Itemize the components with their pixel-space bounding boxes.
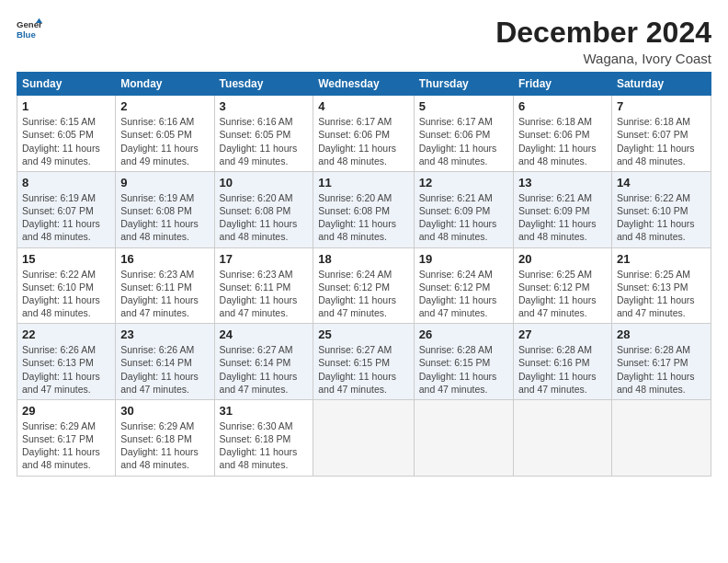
- weekday-header-cell: Sunday: [17, 73, 116, 96]
- day-info: Sunrise: 6:19 AMSunset: 6:07 PMDaylight:…: [22, 191, 110, 244]
- day-info: Sunrise: 6:20 AMSunset: 6:08 PMDaylight:…: [318, 191, 408, 244]
- calendar-day-cell: 15Sunrise: 6:22 AMSunset: 6:10 PMDayligh…: [17, 247, 116, 324]
- day-info: Sunrise: 6:20 AMSunset: 6:08 PMDaylight:…: [220, 191, 309, 244]
- calendar-day-cell: 23Sunrise: 6:26 AMSunset: 6:14 PMDayligh…: [116, 324, 214, 400]
- day-number: 19: [419, 252, 508, 266]
- day-info: Sunrise: 6:30 AMSunset: 6:18 PMDaylight:…: [220, 419, 309, 472]
- day-number: 22: [22, 327, 110, 341]
- weekday-header-cell: Monday: [116, 73, 214, 96]
- day-info: Sunrise: 6:28 AMSunset: 6:16 PMDaylight:…: [518, 343, 607, 396]
- calendar-table: SundayMondayTuesdayWednesdayThursdayFrid…: [17, 72, 711, 476]
- calendar-day-cell: 22Sunrise: 6:26 AMSunset: 6:13 PMDayligh…: [17, 324, 116, 400]
- logo: General Blue: [17, 17, 42, 42]
- day-info: Sunrise: 6:19 AMSunset: 6:08 PMDaylight:…: [120, 191, 209, 244]
- weekday-header-cell: Thursday: [414, 73, 513, 96]
- calendar-day-cell: 11Sunrise: 6:20 AMSunset: 6:08 PMDayligh…: [313, 171, 414, 247]
- day-number: 7: [617, 99, 706, 113]
- day-info: Sunrise: 6:28 AMSunset: 6:17 PMDaylight:…: [617, 343, 706, 396]
- calendar-day-cell: 12Sunrise: 6:21 AMSunset: 6:09 PMDayligh…: [414, 171, 513, 247]
- day-number: 5: [419, 99, 508, 113]
- calendar-body: 1Sunrise: 6:15 AMSunset: 6:05 PMDaylight…: [17, 96, 711, 476]
- calendar-day-cell: 29Sunrise: 6:29 AMSunset: 6:17 PMDayligh…: [17, 399, 116, 476]
- day-info: Sunrise: 6:25 AMSunset: 6:12 PMDaylight:…: [518, 268, 607, 320]
- calendar-week-row: 29Sunrise: 6:29 AMSunset: 6:17 PMDayligh…: [17, 399, 711, 476]
- day-info: Sunrise: 6:21 AMSunset: 6:09 PMDaylight:…: [518, 191, 607, 244]
- day-info: Sunrise: 6:29 AMSunset: 6:18 PMDaylight:…: [120, 419, 209, 472]
- calendar-week-row: 22Sunrise: 6:26 AMSunset: 6:13 PMDayligh…: [17, 324, 711, 400]
- weekday-header-cell: Friday: [513, 73, 611, 96]
- day-number: 30: [120, 404, 209, 418]
- day-info: Sunrise: 6:24 AMSunset: 6:12 PMDaylight:…: [318, 268, 408, 320]
- calendar-day-cell: [513, 399, 611, 476]
- calendar-day-cell: 28Sunrise: 6:28 AMSunset: 6:17 PMDayligh…: [611, 324, 711, 400]
- day-number: 27: [518, 327, 607, 341]
- weekday-header-cell: Saturday: [611, 73, 711, 96]
- day-number: 20: [518, 252, 607, 266]
- day-number: 25: [318, 327, 408, 341]
- day-number: 10: [220, 176, 309, 190]
- day-number: 12: [419, 176, 508, 190]
- day-info: Sunrise: 6:28 AMSunset: 6:15 PMDaylight:…: [419, 343, 508, 396]
- day-info: Sunrise: 6:24 AMSunset: 6:12 PMDaylight:…: [419, 268, 508, 320]
- day-number: 4: [318, 99, 408, 113]
- calendar-week-row: 15Sunrise: 6:22 AMSunset: 6:10 PMDayligh…: [17, 247, 711, 324]
- day-number: 29: [22, 404, 110, 418]
- day-info: Sunrise: 6:17 AMSunset: 6:06 PMDaylight:…: [318, 115, 408, 167]
- day-number: 15: [22, 252, 110, 266]
- day-number: 18: [318, 252, 408, 266]
- calendar-day-cell: 14Sunrise: 6:22 AMSunset: 6:10 PMDayligh…: [611, 171, 711, 247]
- day-info: Sunrise: 6:23 AMSunset: 6:11 PMDaylight:…: [120, 268, 209, 320]
- calendar-day-cell: 27Sunrise: 6:28 AMSunset: 6:16 PMDayligh…: [513, 324, 611, 400]
- calendar-day-cell: 19Sunrise: 6:24 AMSunset: 6:12 PMDayligh…: [414, 247, 513, 324]
- calendar-day-cell: 9Sunrise: 6:19 AMSunset: 6:08 PMDaylight…: [116, 171, 214, 247]
- day-info: Sunrise: 6:27 AMSunset: 6:14 PMDaylight:…: [220, 343, 309, 396]
- weekday-header-cell: Tuesday: [214, 73, 313, 96]
- day-info: Sunrise: 6:18 AMSunset: 6:06 PMDaylight:…: [518, 115, 607, 167]
- calendar-week-row: 1Sunrise: 6:15 AMSunset: 6:05 PMDaylight…: [17, 96, 711, 172]
- calendar-day-cell: 3Sunrise: 6:16 AMSunset: 6:05 PMDaylight…: [214, 96, 313, 172]
- calendar-day-cell: 16Sunrise: 6:23 AMSunset: 6:11 PMDayligh…: [116, 247, 214, 324]
- day-info: Sunrise: 6:21 AMSunset: 6:09 PMDaylight:…: [419, 191, 508, 244]
- day-number: 24: [220, 327, 309, 341]
- calendar-day-cell: 24Sunrise: 6:27 AMSunset: 6:14 PMDayligh…: [214, 324, 313, 400]
- day-number: 14: [617, 176, 706, 190]
- month-title: December 2024: [495, 17, 711, 49]
- calendar-week-row: 8Sunrise: 6:19 AMSunset: 6:07 PMDaylight…: [17, 171, 711, 247]
- day-number: 8: [22, 176, 110, 190]
- day-number: 6: [518, 99, 607, 113]
- day-number: 13: [518, 176, 607, 190]
- calendar-day-cell: [611, 399, 711, 476]
- title-block: December 2024 Wagana, Ivory Coast: [495, 17, 711, 66]
- day-info: Sunrise: 6:16 AMSunset: 6:05 PMDaylight:…: [220, 115, 309, 167]
- calendar-day-cell: 10Sunrise: 6:20 AMSunset: 6:08 PMDayligh…: [214, 171, 313, 247]
- logo-icon: General Blue: [17, 17, 42, 42]
- calendar-day-cell: 13Sunrise: 6:21 AMSunset: 6:09 PMDayligh…: [513, 171, 611, 247]
- weekday-header-cell: Wednesday: [313, 73, 414, 96]
- calendar-day-cell: 7Sunrise: 6:18 AMSunset: 6:07 PMDaylight…: [611, 96, 711, 172]
- day-info: Sunrise: 6:26 AMSunset: 6:14 PMDaylight:…: [120, 343, 209, 396]
- calendar-day-cell: [313, 399, 414, 476]
- day-info: Sunrise: 6:29 AMSunset: 6:17 PMDaylight:…: [22, 419, 110, 472]
- day-number: 23: [120, 327, 209, 341]
- day-info: Sunrise: 6:15 AMSunset: 6:05 PMDaylight:…: [22, 115, 110, 167]
- calendar-day-cell: 18Sunrise: 6:24 AMSunset: 6:12 PMDayligh…: [313, 247, 414, 324]
- day-number: 9: [120, 176, 209, 190]
- day-info: Sunrise: 6:17 AMSunset: 6:06 PMDaylight:…: [419, 115, 508, 167]
- day-info: Sunrise: 6:25 AMSunset: 6:13 PMDaylight:…: [617, 268, 706, 320]
- calendar-day-cell: 2Sunrise: 6:16 AMSunset: 6:05 PMDaylight…: [116, 96, 214, 172]
- calendar-day-cell: 30Sunrise: 6:29 AMSunset: 6:18 PMDayligh…: [116, 399, 214, 476]
- calendar-day-cell: 6Sunrise: 6:18 AMSunset: 6:06 PMDaylight…: [513, 96, 611, 172]
- day-info: Sunrise: 6:27 AMSunset: 6:15 PMDaylight:…: [318, 343, 408, 396]
- calendar-day-cell: 17Sunrise: 6:23 AMSunset: 6:11 PMDayligh…: [214, 247, 313, 324]
- day-info: Sunrise: 6:16 AMSunset: 6:05 PMDaylight:…: [120, 115, 209, 167]
- day-info: Sunrise: 6:22 AMSunset: 6:10 PMDaylight:…: [22, 268, 110, 320]
- calendar-day-cell: 21Sunrise: 6:25 AMSunset: 6:13 PMDayligh…: [611, 247, 711, 324]
- day-number: 11: [318, 176, 408, 190]
- calendar-day-cell: 26Sunrise: 6:28 AMSunset: 6:15 PMDayligh…: [414, 324, 513, 400]
- day-info: Sunrise: 6:26 AMSunset: 6:13 PMDaylight:…: [22, 343, 110, 396]
- day-number: 2: [120, 99, 209, 113]
- calendar-day-cell: 31Sunrise: 6:30 AMSunset: 6:18 PMDayligh…: [214, 399, 313, 476]
- day-number: 1: [22, 99, 110, 113]
- day-number: 17: [220, 252, 309, 266]
- calendar-day-cell: 8Sunrise: 6:19 AMSunset: 6:07 PMDaylight…: [17, 171, 116, 247]
